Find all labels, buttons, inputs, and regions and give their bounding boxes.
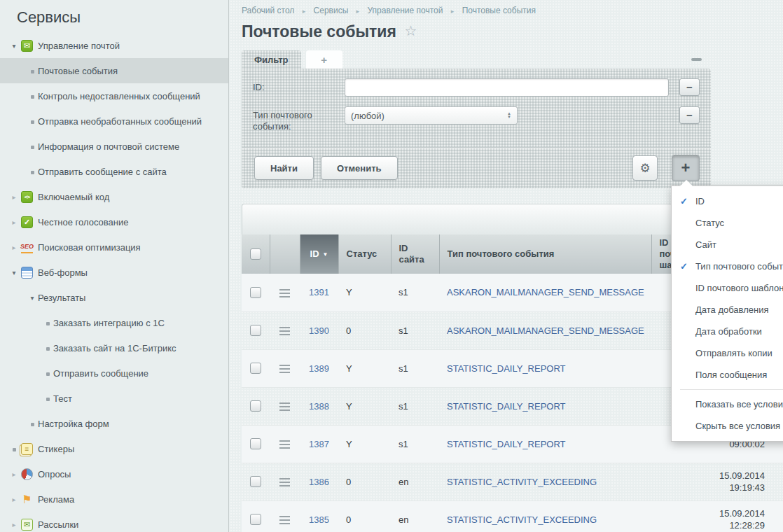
add-condition-button[interactable]: +: [672, 155, 700, 181]
row-template-id: [651, 463, 707, 500]
dropdown-item-show-all-conditions[interactable]: Показать все условия: [672, 393, 783, 415]
sidebar-item-nastroyka-form[interactable]: Настройка форм: [0, 411, 228, 436]
row-type-link[interactable]: STATISTIC_ACTIVITY_EXCEEDING: [447, 477, 597, 487]
sidebar-item-upravlenie-pochtoy[interactable]: ▾ Управление почтой: [0, 33, 228, 58]
sidebar-item-veb-formy[interactable]: ▾ Веб-формы: [0, 260, 228, 285]
sidebar-item-otpravit-soobshchenie[interactable]: Отправить сообщение: [0, 360, 228, 386]
dropdown-item-id[interactable]: ✓ ID: [672, 190, 783, 212]
sidebar-item-oprosy[interactable]: ▸ Опросы: [0, 461, 228, 486]
sidebar-item-pochtovye-sobytiya[interactable]: Почтовые события: [0, 58, 228, 83]
row-menu-icon[interactable]: [279, 289, 290, 298]
column-header-id[interactable]: ID▼: [300, 234, 338, 274]
sidebar-item-rezultaty[interactable]: ▾ Результаты: [0, 285, 228, 310]
chevron-down-icon[interactable]: ▾: [8, 269, 20, 276]
row-id-link[interactable]: 1391: [309, 287, 329, 298]
chevron-right-icon[interactable]: ▸: [8, 496, 20, 503]
row-checkbox[interactable]: [250, 363, 261, 374]
column-header-type[interactable]: Тип почтового события: [439, 234, 651, 274]
table-row[interactable]: 1386 0 en STATISTIC_ACTIVITY_EXCEEDING 1…: [242, 463, 783, 500]
sidebar-item-otpravka-neobrabotannyh[interactable]: Отправка необработанных сообщений: [0, 108, 228, 134]
select-all-checkbox[interactable]: [250, 248, 261, 260]
row-id-link[interactable]: 1386: [309, 477, 329, 487]
sidebar-item-reklama[interactable]: ▸ Реклама: [0, 486, 228, 512]
filter-tab-label: Фильтр: [254, 55, 289, 65]
row-checkbox[interactable]: [250, 325, 261, 336]
dropdown-item-date-processed[interactable]: Дата обработки: [672, 321, 783, 342]
row-id-link[interactable]: 1389: [309, 363, 329, 374]
dropdown-item-event-type[interactable]: ✓ Тип почтового события: [672, 255, 783, 277]
chevron-right-icon[interactable]: ▸: [8, 470, 20, 478]
breadcrumb-link[interactable]: Управление почтой: [367, 6, 443, 15]
row-checkbox[interactable]: [250, 476, 261, 487]
sidebar-item-chestnoe-golosovanie[interactable]: ▸ Честное голосование: [0, 209, 228, 234]
chevron-right-icon[interactable]: ▸: [8, 218, 20, 226]
chevron-right-icon[interactable]: ▸: [8, 521, 20, 528]
event-type-select[interactable]: (любой) ▲▼: [345, 106, 518, 125]
remove-condition-button[interactable]: −: [679, 106, 700, 124]
sidebar-item-kontrol-nedostavlennyh[interactable]: Контроль недоставленных сообщений: [0, 83, 228, 108]
seo-icon: [21, 241, 33, 253]
sidebar-item-label: Отправка необработанных сообщений: [38, 116, 202, 127]
cancel-button[interactable]: Отменить: [321, 156, 398, 180]
dropdown-item-status[interactable]: Статус: [672, 212, 783, 234]
sidebar-item-vklyuchaemyy-kod[interactable]: ▸ Включаемый код: [0, 184, 228, 209]
sidebar-item-otpravit-soobshchenie-s-sayta[interactable]: Отправить сообщение с сайта: [0, 159, 228, 184]
row-menu-icon[interactable]: [279, 402, 290, 411]
breadcrumb-link[interactable]: Сервисы: [314, 6, 349, 15]
row-id-link[interactable]: 1390: [309, 326, 329, 336]
row-type-link[interactable]: ASKARON_MAILMANAGER_SEND_MESSAGE: [447, 287, 644, 298]
row-menu-icon[interactable]: [279, 478, 290, 486]
filter-tab[interactable]: Фильтр: [242, 50, 301, 69]
chevron-right-icon[interactable]: ▸: [8, 244, 20, 251]
row-checkbox[interactable]: [250, 438, 261, 449]
row-type-link[interactable]: STATISTIC_ACTIVITY_EXCEEDING: [447, 514, 597, 525]
sidebar-item-zakazat-integraciyu-1c[interactable]: Заказать интеграцию с 1С: [0, 310, 228, 335]
sidebar-item-label: Настройка форм: [38, 419, 109, 429]
sort-desc-icon: ▼: [323, 251, 328, 258]
table-row[interactable]: 1385 0 en STATISTIC_ACTIVITY_EXCEEDING 1…: [242, 500, 783, 532]
row-checkbox[interactable]: [250, 400, 261, 412]
sidebar-item-zakazat-sayt-1c-bitrix[interactable]: Заказать сайт на 1С-Битрикс: [0, 335, 228, 360]
collapse-filter-icon[interactable]: [691, 58, 702, 61]
sidebar-item-rassylki[interactable]: ▸ Рассылки: [0, 512, 228, 532]
sidebar-item-test[interactable]: Тест: [0, 386, 228, 411]
row-id-link[interactable]: 1388: [309, 401, 329, 412]
favorite-star-icon[interactable]: ☆: [404, 23, 417, 38]
row-menu-icon[interactable]: [279, 516, 290, 524]
row-type-link[interactable]: ASKARON_MAILMANAGER_SEND_MESSAGE: [447, 326, 644, 336]
dropdown-item-message-fields[interactable]: Поля сообщения: [672, 364, 783, 386]
sidebar-item-informaciya-o-pochtovoy-sisteme[interactable]: Информация о почтовой системе: [0, 134, 228, 159]
sidebar-item-label: Веб-формы: [38, 267, 88, 278]
dropdown-item-send-copies[interactable]: Отправлять копии: [672, 342, 783, 364]
dropdown-item-template-id[interactable]: ID почтового шаблона: [672, 277, 783, 299]
row-menu-icon[interactable]: [279, 365, 290, 373]
filter-settings-gear-icon[interactable]: ⚙: [632, 155, 658, 181]
column-header-status[interactable]: Статус: [338, 234, 391, 274]
row-id-link[interactable]: 1387: [309, 439, 329, 449]
row-id-link[interactable]: 1385: [309, 514, 329, 525]
filter-fields-dropdown: ✓ ID Статус Сайт ✓ Тип почтового события…: [671, 186, 783, 442]
find-button[interactable]: Найти: [254, 156, 314, 180]
row-checkbox[interactable]: [250, 514, 261, 525]
dropdown-item-hide-all-conditions[interactable]: Скрыть все условия: [672, 415, 783, 437]
row-type-link[interactable]: STATISTIC_DAILY_REPORT: [447, 439, 566, 449]
column-header-site[interactable]: ID сайта: [391, 234, 439, 274]
row-type-link[interactable]: STATISTIC_DAILY_REPORT: [447, 401, 566, 412]
dropdown-item-date-added[interactable]: Дата добавления: [672, 299, 783, 321]
chevron-down-icon[interactable]: ▾: [27, 294, 38, 302]
row-checkbox[interactable]: [250, 287, 261, 298]
row-menu-icon[interactable]: [279, 327, 290, 335]
bullet-icon: [27, 118, 38, 125]
row-type-link[interactable]: STATISTIC_DAILY_REPORT: [447, 363, 566, 374]
remove-condition-button[interactable]: −: [679, 78, 700, 96]
row-menu-icon[interactable]: [279, 440, 290, 449]
sidebar-item-stikery[interactable]: Стикеры: [0, 436, 228, 461]
chevron-right-icon[interactable]: ▸: [8, 193, 20, 201]
add-filter-tab-button[interactable]: +: [306, 50, 342, 69]
breadcrumb-link[interactable]: Рабочий стол: [242, 6, 294, 15]
dropdown-item-site[interactable]: Сайт: [672, 234, 783, 255]
filter-field-label: Тип почтового события:: [253, 106, 345, 132]
sidebar-item-poiskovaya-optimizaciya[interactable]: ▸ Поисковая оптимизация: [0, 234, 228, 260]
chevron-down-icon[interactable]: ▾: [8, 42, 20, 50]
id-filter-input[interactable]: [345, 78, 669, 97]
